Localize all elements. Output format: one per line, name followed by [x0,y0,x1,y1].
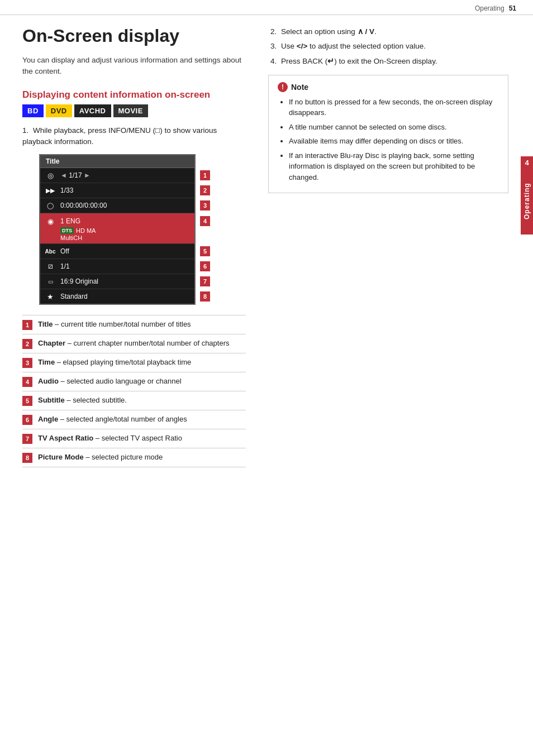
desc-text-8: Picture Mode – selected picture mode [38,452,163,462]
osd-num-8: 8 [200,291,210,302]
note-title: Note [291,83,308,92]
osd-value-7: 16:9 Original [60,277,190,285]
note-item-1: If no button is pressed for a few second… [289,97,499,118]
osd-value-6: 1/1 [60,262,190,270]
osd-preview: Title ◎ ◄ 1/17 ► 1 ▶▶ 1/33 2 ◯ [39,154,196,305]
note-item-2: A title number cannot be selected on som… [289,122,499,133]
osd-row-7: ▭ 16:9 Original 7 [40,274,194,289]
osd-icon-2: ▶▶ [45,185,56,196]
osd-num-6: 6 [200,261,210,271]
badge-dvd: DVD [46,104,72,117]
desc-row-1: 1 Title – current title number/total num… [22,315,246,334]
osd-row-6: ⚂ 1/1 6 [40,259,194,274]
description-list: 1 Title – current title number/total num… [22,315,246,467]
note-item-4: If an interactive Blu-ray Disc is playin… [289,150,499,183]
osd-icon-1: ◎ [45,170,56,181]
osd-value-1: ◄ 1/17 ► [60,171,190,179]
desc-text-7: TV Aspect Ratio – selected TV aspect Rat… [38,433,182,443]
osd-num-4: 4 [200,216,210,226]
page-header: Operating 51 [0,0,533,15]
desc-text-4: Audio – selected audio language or chann… [38,376,182,386]
osd-row-5: Abc Off 5 [40,244,194,259]
note-list: If no button is pressed for a few second… [278,97,499,183]
desc-row-8: 8 Picture Mode – selected picture mode [22,448,246,467]
desc-num-2: 2 [22,339,32,349]
osd-num-3: 3 [200,200,210,210]
desc-row-3: 3 Time – elapsed playing time/total play… [22,353,246,372]
desc-row-5: 5 Subtitle – selected subtitle. [22,391,246,410]
desc-num-6: 6 [22,415,32,425]
desc-text-3: Time – elapsed playing time/total playba… [38,357,191,367]
osd-value-8: Standard [60,293,190,300]
osd-icon-5: Abc [45,246,56,257]
step-1-text: 1. While playback, press INFO/MENU (□) t… [22,125,246,148]
osd-row-2: ▶▶ 1/33 2 [40,183,194,198]
side-tab: Operating [521,168,533,235]
note-header: ! Note [278,82,499,92]
osd-icon-8: ★ [45,291,56,302]
osd-num-2: 2 [200,185,210,195]
osd-row-1: ◎ ◄ 1/17 ► 1 [40,168,194,183]
chapter-number: 4 [521,156,533,169]
format-badges: BD DVD AVCHD MOVIE [22,104,246,117]
content-wrapper: On-Screen display You can display and ad… [0,15,520,479]
note-box: ! Note If no button is pressed for a few… [268,75,508,194]
desc-text-5: Subtitle – selected subtitle. [38,395,127,405]
osd-value-4a: 1 ENG [60,217,190,225]
desc-text-6: Angle – selected angle/total number of a… [38,414,187,424]
osd-icon-3: ◯ [45,200,56,211]
badge-avchd: AVCHD [74,104,111,117]
desc-row-2: 2 Chapter – current chapter number/total… [22,334,246,353]
desc-row-6: 6 Angle – selected angle/total number of… [22,410,246,429]
section-label: Operating [475,4,505,12]
osd-value-2: 1/33 [60,186,190,194]
desc-text-2: Chapter – current chapter number/total n… [38,338,230,348]
osd-icon-4: ◉ [45,216,56,227]
desc-num-5: 5 [22,396,32,406]
intro-text: You can display and adjust various infor… [22,55,246,78]
desc-row-7: 7 TV Aspect Ratio – selected TV aspect R… [22,429,246,448]
page-number: 51 [509,4,516,12]
osd-num-1: 1 [200,170,210,180]
osd-num-5: 5 [200,246,210,256]
osd-icon-7: ▭ [45,276,56,287]
badge-bd: BD [22,104,44,117]
osd-value-5: Off [60,247,190,255]
note-item-3: Available items may differ depending on … [289,136,499,147]
desc-num-3: 3 [22,358,32,368]
osd-num-7: 7 [200,276,210,286]
step-3: 3. Use </> to adjust the selected option… [268,41,508,52]
osd-icon-6: ⚂ [45,261,56,272]
left-column: On-Screen display You can display and ad… [0,15,257,479]
osd-title-bar: Title [40,155,194,168]
note-icon: ! [278,82,288,92]
step-4: 4. Press BACK (↵) to exit the On-Screen … [268,56,508,67]
step-2: 2. Select an option using ∧ / V. [268,26,508,37]
right-column: 2. Select an option using ∧ / V. 3. Use … [257,15,520,479]
section-title: Displaying content information on-screen [22,89,246,101]
desc-num-1: 1 [22,320,32,330]
osd-row-8: ★ Standard 8 [40,289,194,304]
desc-row-4: 4 Audio – selected audio language or cha… [22,372,246,391]
badge-movie: MOVIE [113,104,148,117]
desc-num-8: 8 [22,453,32,463]
osd-value-3: 0:00:00/0:00:00 [60,202,190,209]
osd-row-3: ◯ 0:00:00/0:00:00 3 [40,198,194,213]
desc-num-7: 7 [22,434,32,444]
osd-row-4: ◉ 1 ENG 4 DTS HD MA MultiCH [40,213,194,244]
steps-list: 2. Select an option using ∧ / V. 3. Use … [268,26,508,67]
main-title: On-Screen display [22,26,246,46]
desc-num-4: 4 [22,377,32,387]
desc-text-1: Title – current title number/total numbe… [38,319,191,329]
